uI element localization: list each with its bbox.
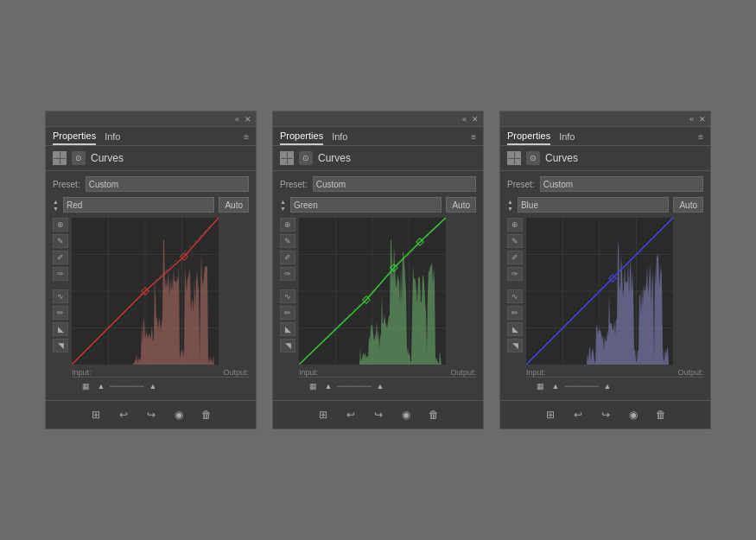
panel-titlebar: « ✕ (46, 111, 256, 127)
titlebar-icons: « ✕ (689, 115, 706, 124)
new-layer-button[interactable]: ⊞ (314, 406, 332, 423)
triangle-icon: ▲ (549, 381, 562, 391)
eye-button[interactable]: ◉ (397, 406, 415, 423)
output-label: Output: (450, 368, 476, 377)
tab-info[interactable]: Info (332, 131, 347, 144)
tool-clip-highlights[interactable]: ◥ (507, 339, 523, 353)
panel-collapse-icon[interactable]: « (235, 115, 239, 124)
new-layer-button[interactable]: ⊞ (542, 406, 559, 423)
histogram-icon[interactable]: ▦ (533, 381, 547, 391)
input-label: Input: (72, 368, 92, 377)
undo-button[interactable]: ↩ (342, 406, 359, 423)
preset-select[interactable]: Custom (86, 176, 249, 192)
tool-eyedropper-gray[interactable]: ✐ (507, 251, 523, 264)
titlebar-icons: « ✕ (462, 115, 479, 124)
auto-button[interactable]: Auto (673, 197, 703, 213)
tool-eyedropper-white[interactable]: ✑ (507, 267, 523, 281)
output-label: Output: (223, 368, 249, 377)
tool-eyedropper-black[interactable]: ✎ (280, 234, 295, 248)
panel-collapse-icon[interactable]: « (689, 115, 694, 124)
tool-clip-shadows[interactable]: ◣ (507, 322, 523, 336)
tool-point[interactable]: ⊕ (507, 218, 523, 232)
tool-point[interactable]: ⊕ (53, 218, 68, 232)
channel-arrows[interactable]: ▲▼ (507, 199, 513, 212)
panel-menu-icon[interactable]: ≡ (698, 132, 703, 144)
tool-smooth-curve[interactable]: ∿ (280, 289, 295, 303)
panel-collapse-icon[interactable]: « (462, 115, 467, 124)
tab-info[interactable]: Info (559, 131, 575, 144)
tool-eyedropper-gray[interactable]: ✐ (280, 251, 295, 264)
tool-eyedropper-white[interactable]: ✑ (280, 267, 295, 281)
redo-button[interactable]: ↪ (370, 406, 387, 423)
tool-pencil-curve[interactable]: ✏ (53, 306, 68, 320)
panel-green: « ✕ Properties Info ≡ ⊙ Curves Preset: (272, 111, 484, 429)
tool-eyedropper-gray[interactable]: ✐ (53, 251, 68, 264)
channel-select[interactable]: Blue (518, 197, 669, 213)
preset-row: Preset: Custom (280, 176, 476, 192)
tool-clip-highlights[interactable]: ◥ (280, 339, 295, 353)
adjustment-layers-icon[interactable] (507, 151, 521, 165)
new-layer-button[interactable]: ⊞ (87, 406, 105, 423)
tool-clip-shadows[interactable]: ◣ (53, 322, 68, 336)
preset-select[interactable]: Custom (540, 176, 703, 192)
tool-smooth-curve[interactable]: ∿ (53, 289, 68, 303)
histogram-icon[interactable]: ▦ (79, 381, 92, 391)
tool-eyedropper-white[interactable]: ✑ (53, 267, 68, 281)
trash-button[interactable]: 🗑 (425, 406, 442, 423)
panel-menu-icon[interactable]: ≡ (471, 132, 476, 144)
visibility-icon[interactable]: ⊙ (72, 151, 86, 165)
undo-button[interactable]: ↩ (115, 406, 132, 423)
channel-select[interactable]: Green (290, 197, 442, 213)
input-label: Input: (299, 368, 319, 377)
adjustment-layers-icon[interactable] (280, 151, 294, 165)
channel-arrows[interactable]: ▲▼ (53, 199, 59, 212)
bottom-controls: ▦ ▲ ━━━━━━━━ ▲ (526, 377, 703, 395)
curves-tools: ⊕ ✎ ✐ ✑ ∿ ✏ ◣ ◥ (53, 218, 68, 395)
trash-button[interactable]: 🗑 (198, 406, 215, 423)
redo-button[interactable]: ↪ (143, 406, 160, 423)
tool-eyedropper-black[interactable]: ✎ (53, 234, 68, 248)
panel-close-icon[interactable]: ✕ (472, 115, 479, 124)
gradient-bar: ━━━━━━━━ (110, 383, 144, 391)
tool-clip-highlights[interactable]: ◥ (53, 339, 68, 353)
tool-pencil-curve[interactable]: ✏ (280, 306, 295, 320)
curves-canvas[interactable] (72, 218, 219, 365)
histogram-icon[interactable]: ▦ (306, 381, 320, 391)
tab-properties[interactable]: Properties (53, 130, 96, 145)
visibility-icon[interactable]: ⊙ (299, 151, 313, 165)
channel-select[interactable]: Red (63, 197, 214, 213)
curves-svg (526, 218, 673, 365)
bottom-controls: ▦ ▲ ━━━━━━━━ ▲ (72, 377, 249, 395)
panel-title: Curves (545, 152, 578, 164)
tool-clip-shadows[interactable]: ◣ (280, 322, 295, 336)
tab-info[interactable]: Info (105, 131, 120, 144)
visibility-icon[interactable]: ⊙ (526, 151, 540, 165)
preset-label: Preset: (53, 180, 80, 189)
panel-menu-icon[interactable]: ≡ (244, 132, 249, 144)
curves-canvas[interactable] (299, 218, 446, 365)
undo-button[interactable]: ↩ (569, 406, 587, 423)
trash-button[interactable]: 🗑 (652, 406, 670, 423)
adjustment-layers-icon[interactable] (53, 151, 67, 165)
channel-arrows[interactable]: ▲▼ (280, 199, 286, 212)
triangle-icon: ▲ (94, 381, 108, 391)
tool-pencil-curve[interactable]: ✏ (507, 306, 523, 320)
preset-select[interactable]: Custom (313, 176, 476, 192)
auto-button[interactable]: Auto (446, 197, 476, 213)
eye-button[interactable]: ◉ (170, 406, 187, 423)
tool-smooth-curve[interactable]: ∿ (507, 289, 523, 303)
input-output-row: Input: Output: (72, 368, 249, 377)
eye-button[interactable]: ◉ (625, 406, 642, 423)
panel-close-icon[interactable]: ✕ (699, 115, 706, 124)
tool-eyedropper-black[interactable]: ✎ (507, 234, 523, 248)
tool-point[interactable]: ⊕ (280, 218, 295, 232)
curves-canvas[interactable] (526, 218, 673, 365)
redo-button[interactable]: ↪ (597, 406, 614, 423)
auto-button[interactable]: Auto (219, 197, 249, 213)
channel-row: ▲▼ Green Auto (280, 197, 476, 213)
tab-properties[interactable]: Properties (507, 130, 550, 145)
panel-close-icon[interactable]: ✕ (245, 115, 251, 124)
curves-area: ⊕ ✎ ✐ ✑ ∿ ✏ ◣ ◥ (507, 218, 703, 395)
panel-header: ⊙ Curves (273, 146, 483, 171)
tab-properties[interactable]: Properties (280, 130, 323, 145)
